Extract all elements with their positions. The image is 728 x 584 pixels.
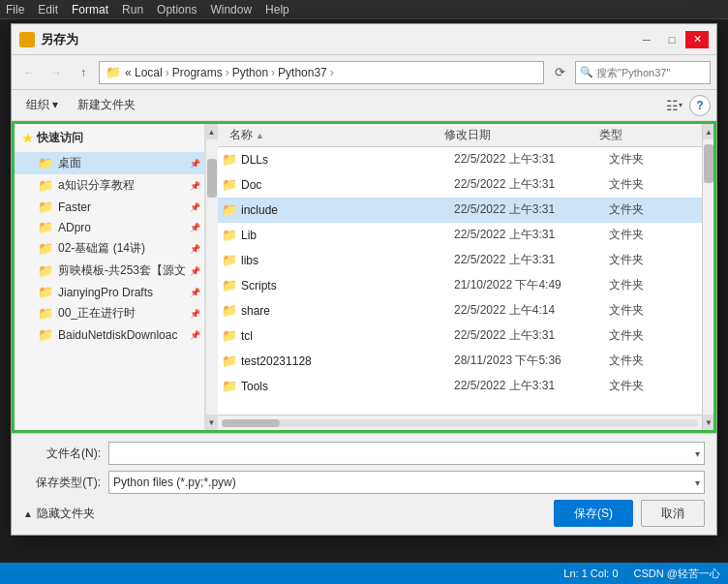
sidebar-item-label: JianyingPro Drafts [58,286,153,299]
hidden-files-label: 隐藏文件夹 [37,506,95,522]
file-type: 文件夹 [609,302,686,319]
save-button[interactable]: 保存(S) [554,500,633,527]
file-date: 22/5/2022 上午3:31 [454,227,609,243]
status-user: CSDN @轻苦一心 [634,567,720,581]
sidebar-item-basic[interactable]: 📁 02-基础篇 (14讲) 📌 [15,237,204,260]
breadcrumb-python[interactable]: Python [232,66,268,79]
table-row[interactable]: 📁 tcl 22/5/2022 上午3:31 文件夹 [218,323,702,349]
quick-access-header[interactable]: ★ 快速访问 [15,124,204,152]
table-row[interactable]: 📁 libs 22/5/2022 上午3:31 文件夹 [218,248,702,273]
organize-button[interactable]: 组织 ▾ [17,94,67,117]
new-folder-button[interactable]: 新建文件夹 [69,94,144,117]
folder-icon: 📁 [38,178,53,193]
sidebar-item-label: 桌面 [58,155,81,171]
address-path[interactable]: 📁 « Local › Programs › Python › Python37… [99,61,544,84]
sidebar-item-adpro[interactable]: 📁 ADpro 📌 [15,217,204,237]
sidebar-item-label: a知识分享教程 [58,177,135,194]
dialog-icon [19,32,35,47]
path-folder-icon: 📁 [106,65,121,79]
breadcrumb-python37[interactable]: Python37 [278,66,327,79]
close-button[interactable]: ✕ [685,31,709,48]
sidebar-container: ★ 快速访问 📁 桌面 📌 📁 a知识分享教程 📌 [15,124,218,430]
filename-input[interactable] [113,446,695,460]
table-row[interactable]: 📁 test20231128 28/11/2023 下午5:36 文件夹 [218,349,702,374]
file-name: Doc [241,178,454,192]
search-icon: 🔍 [580,66,593,78]
table-row[interactable]: 📁 Scripts 21/10/2022 下午4:49 文件夹 [218,273,702,298]
hidden-files-toggle[interactable]: ▲ 隐藏文件夹 [23,506,95,522]
help-button[interactable]: ? [689,95,711,116]
table-row[interactable]: 📁 include 22/5/2022 上午3:31 文件夹 [218,198,702,223]
scroll-up-arrow[interactable]: ▲ [703,124,714,139]
sidebar-item-knowledge[interactable]: 📁 a知识分享教程 📌 [15,174,204,197]
file-name: Lib [241,229,454,242]
folder-icon: 📁 [222,278,237,292]
table-row[interactable]: 📁 Tools 22/5/2022 上午3:31 文件夹 [218,374,702,399]
file-type: 文件夹 [609,176,686,193]
table-row[interactable]: 📁 share 22/5/2022 上午4:14 文件夹 [218,298,702,323]
folder-icon: 📁 [222,353,237,368]
folder-icon: 📁 [38,327,53,342]
view-toggle-button[interactable]: ☷ ▾ [662,94,685,117]
dropdown-arrow-icon: ▾ [695,477,700,488]
col-name-header[interactable]: 名称 ▲ [222,127,444,143]
file-name: tcl [241,329,454,343]
file-name: libs [241,254,454,267]
col-date-header[interactable]: 修改日期 [444,127,599,143]
sidebar-item-baidu[interactable]: 📁 BaiduNetdiskDownloac 📌 [15,324,204,345]
folder-icon: 📁 [38,263,53,278]
minimize-button[interactable]: ─ [635,31,658,48]
input-dropdown-arrow[interactable]: ▾ [695,448,700,459]
sidebar-item-label: 剪映模板-共253套【源文 [58,262,186,279]
search-box[interactable]: 🔍 [575,61,711,84]
file-date: 22/5/2022 上午4:14 [454,302,609,319]
file-vscroll[interactable]: ▲ ▼ [702,124,713,430]
back-button[interactable]: ← [17,61,41,84]
search-input[interactable] [596,67,728,78]
sidebar-item-faster[interactable]: 📁 Faster 📌 [15,197,204,217]
filetype-label: 保存类型(T): [23,475,101,491]
table-row[interactable]: 📁 Doc 22/5/2022 上午3:31 文件夹 [218,172,702,198]
file-type: 文件夹 [609,327,686,344]
toolbar-organize-group: 组织 ▾ 新建文件夹 [17,94,144,117]
sidebar-item-template[interactable]: 📁 剪映模板-共253套【源文 📌 [15,260,204,282]
filename-input-container: ▾ [108,442,705,465]
file-name: Tools [241,380,454,393]
footer-buttons: 保存(S) 取消 [554,500,705,527]
sidebar-item-wip[interactable]: 📁 00_正在进行时 📌 [15,302,204,324]
maximize-button[interactable]: □ [660,31,683,48]
dialog-title-text: 另存为 [41,31,78,48]
up-button[interactable]: ↑ [72,61,95,84]
status-bar: Ln: 1 Col: 0 CSDN @轻苦一心 [0,563,728,584]
sidebar-item-jianying[interactable]: 📁 JianyingPro Drafts 📌 [15,282,204,302]
breadcrumb-local[interactable]: « Local [125,66,163,79]
scroll-thumb[interactable] [207,159,217,198]
status-position: Ln: 1 Col: 0 [563,568,618,579]
hscroll-thumb[interactable] [222,419,280,427]
scroll-up-arrow[interactable]: ▲ [206,124,218,139]
breadcrumb-programs[interactable]: Programs [172,66,223,79]
forward-button[interactable]: → [45,61,68,84]
file-type: 文件夹 [609,151,686,168]
file-date: 22/5/2022 上午3:31 [454,201,609,218]
folder-icon: 📁 [222,379,237,393]
pin-icon: 📌 [190,159,200,169]
sidebar-item-label: 00_正在进行时 [58,305,136,322]
horizontal-scrollbar[interactable] [218,415,702,430]
quick-access-label: 快速访问 [37,130,83,146]
table-row[interactable]: 📁 DLLs 22/5/2022 上午3:31 文件夹 [218,147,702,172]
scroll-thumb[interactable] [704,144,713,183]
star-icon: ★ [22,132,33,145]
sidebar-scrollbar[interactable]: ▲ ▼ [205,124,217,430]
col-type-header[interactable]: 类型 [599,127,677,143]
table-row[interactable]: 📁 Lib 22/5/2022 上午3:31 文件夹 [218,223,702,248]
refresh-button[interactable]: ⟳ [548,61,571,84]
hscroll-track [222,419,698,427]
cancel-button[interactable]: 取消 [641,500,705,527]
folder-icon: 📁 [38,241,53,256]
sidebar-item-desktop[interactable]: 📁 桌面 📌 [15,152,204,174]
filetype-dropdown[interactable]: Python files (*.py;*.pyw) ▾ [108,471,705,494]
scroll-down-arrow[interactable]: ▼ [703,415,714,430]
file-date: 22/5/2022 上午3:31 [454,327,609,344]
scroll-down-arrow[interactable]: ▼ [206,415,218,430]
